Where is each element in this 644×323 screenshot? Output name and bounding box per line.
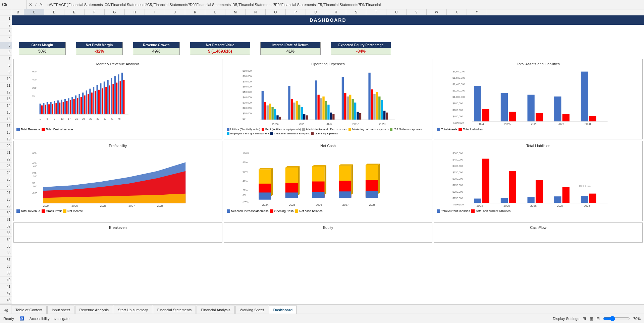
row-1[interactable]: 1 (0, 15, 12, 22)
kpi-npv[interactable]: Net Present Value $ (1,469,616) (190, 42, 250, 55)
col-header-i[interactable]: I (145, 9, 165, 15)
col-header-c[interactable]: C (24, 9, 44, 15)
grid-icon[interactable]: ⊞ (583, 316, 586, 321)
tab-input-sheet[interactable]: Input sheet (47, 306, 74, 314)
svg-text:2025: 2025 (71, 204, 78, 207)
row-6[interactable]: 6 (0, 49, 12, 56)
row-35[interactable]: 35 (0, 243, 12, 250)
row-12[interactable]: 12 (0, 89, 12, 96)
col-header-o[interactable]: O (266, 9, 286, 15)
kpi-irr[interactable]: Internal Rate of Return 41% (260, 42, 321, 55)
row-32[interactable]: 32 (0, 223, 12, 230)
function-icon[interactable]: fx (40, 2, 43, 7)
row-30[interactable]: 30 (0, 210, 12, 216)
col-header-r[interactable]: R (326, 9, 346, 15)
col-header-n[interactable]: N (246, 9, 266, 15)
row-14[interactable]: 14 (0, 103, 12, 109)
row-21[interactable]: 21 (0, 149, 12, 156)
col-header-e[interactable]: E (64, 9, 85, 15)
row-20[interactable]: 20 (0, 143, 12, 149)
col-header-y[interactable]: Y (467, 9, 487, 15)
kpi-revenue-growth[interactable]: Revenue Growth 49% (133, 42, 180, 55)
tab-working-sheet[interactable]: Working Sheet (235, 306, 268, 314)
row-42[interactable]: 42 (0, 290, 12, 297)
row-22[interactable]: 22 (0, 156, 12, 163)
page-layout-icon[interactable]: ⊟ (596, 316, 600, 321)
row-33[interactable]: 33 (0, 230, 12, 237)
row-25[interactable]: 25 (0, 176, 12, 183)
row-16[interactable]: 16 (0, 116, 12, 123)
col-header-g[interactable]: G (105, 9, 125, 15)
row-23[interactable]: 23 (0, 163, 12, 170)
row-15[interactable]: 15 (0, 109, 12, 116)
svg-rect-102 (341, 77, 343, 120)
svg-text:2026: 2026 (531, 122, 537, 125)
tab-dashboard[interactable]: Dashboard (269, 306, 297, 314)
col-header-t[interactable]: T (366, 9, 386, 15)
tab-startup-summary[interactable]: Start Up summary (114, 306, 152, 314)
row-27[interactable]: 27 (0, 190, 12, 196)
kpi-gross-margin[interactable]: Gross Margin 50% (19, 42, 66, 55)
row-5[interactable]: 5 (0, 42, 12, 49)
col-header-k[interactable]: K (185, 9, 205, 15)
kpi-equity[interactable]: Expected Equity Percentage -34% (331, 42, 391, 55)
row-39[interactable]: 39 (0, 270, 12, 277)
tab-financial-statements[interactable]: Financial Statements (153, 306, 196, 314)
col-header-l[interactable]: L (205, 9, 225, 15)
row-17[interactable]: 17 (0, 123, 12, 129)
col-header-s[interactable]: S (346, 9, 366, 15)
row-44[interactable]: 44 (0, 304, 12, 304)
row-38[interactable]: 38 (0, 263, 12, 270)
col-header-x[interactable]: X (447, 9, 467, 15)
cancel-icon[interactable]: ✕ (29, 2, 32, 7)
col-header-f[interactable]: F (85, 9, 105, 15)
confirm-icon[interactable]: ✓ (34, 2, 38, 7)
tab-financial-analysis[interactable]: Financial Analysis (197, 306, 234, 314)
row-10[interactable]: 10 (0, 76, 12, 82)
row-2[interactable]: 2 (0, 22, 12, 29)
col-header-w[interactable]: W (427, 9, 447, 15)
add-sheet-icon[interactable]: ⊕ (1, 307, 11, 314)
row-41[interactable]: 41 (0, 283, 12, 290)
row-31[interactable]: 31 (0, 216, 12, 223)
col-header-u[interactable]: U (386, 9, 407, 15)
row-7[interactable]: 7 (0, 56, 12, 62)
col-header-v[interactable]: V (407, 9, 427, 15)
row-11[interactable]: 11 (0, 82, 12, 89)
row-18[interactable]: 18 (0, 129, 12, 136)
layout-icon[interactable]: ▦ (589, 316, 593, 321)
col-header-m[interactable]: M (225, 9, 246, 15)
row-34[interactable]: 34 (0, 237, 12, 243)
col-header-q[interactable]: Q (306, 9, 326, 15)
row-4[interactable]: 4 (0, 36, 12, 42)
svg-text:5: 5 (47, 117, 48, 120)
row-19[interactable]: 19 (0, 136, 12, 143)
row-37[interactable]: 37 (0, 257, 12, 263)
svg-rect-189 (339, 191, 351, 198)
row-26[interactable]: 26 (0, 183, 12, 190)
row-8[interactable]: 8 (0, 62, 12, 69)
tab-revenue-analysis[interactable]: Revenue Analysis (75, 306, 113, 314)
display-settings-label[interactable]: Display Settings (553, 317, 579, 321)
cell-name-box[interactable]: C5 (0, 0, 27, 9)
row-9[interactable]: 9 (0, 69, 12, 76)
kpi-net-profit[interactable]: Net Profit Margin -32% (76, 42, 123, 55)
col-header-h[interactable]: H (125, 9, 145, 15)
svg-rect-89 (301, 107, 303, 120)
col-header-d[interactable]: D (44, 9, 64, 15)
formula-content[interactable]: =AVERAGE('Financial Statements'!C9/'Fina… (45, 3, 644, 7)
tab-table-of-content[interactable]: Table of Content (11, 306, 47, 314)
row-3[interactable]: 3 (0, 29, 12, 36)
zoom-slider[interactable] (603, 316, 630, 321)
row-13[interactable]: 13 (0, 96, 12, 103)
row-29[interactable]: 29 (0, 203, 12, 210)
row-43[interactable]: 43 (0, 297, 12, 304)
row-36[interactable]: 36 (0, 250, 12, 257)
col-header-p[interactable]: P (286, 9, 306, 15)
col-header-b[interactable]: B (12, 9, 24, 15)
row-28[interactable]: 28 (0, 196, 12, 203)
row-40[interactable]: 40 (0, 277, 12, 283)
col-header-j[interactable]: J (165, 9, 185, 15)
row-24[interactable]: 24 (0, 170, 12, 176)
accessibility-label[interactable]: Accessibility: Investigate (30, 317, 69, 321)
